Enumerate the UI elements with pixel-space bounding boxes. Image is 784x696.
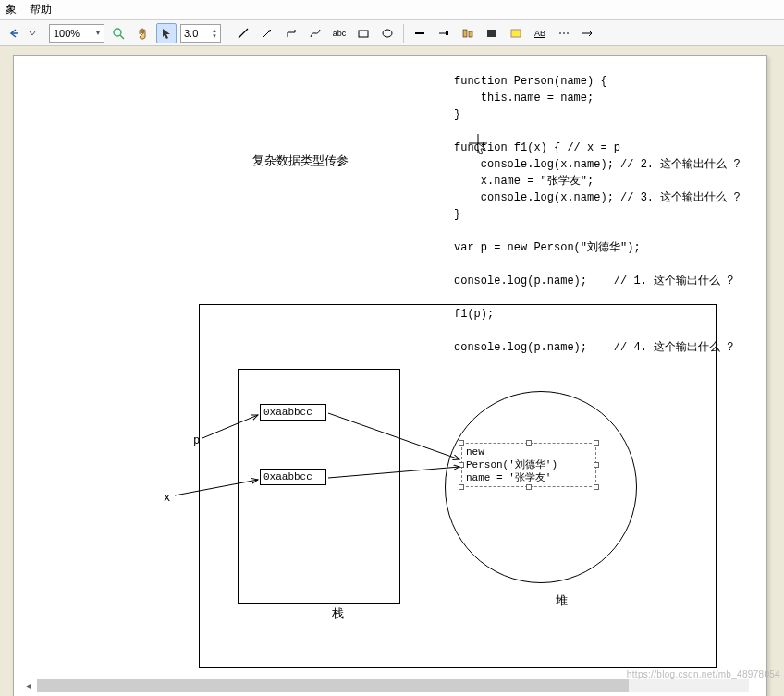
selection-handle[interactable] [459,484,464,490]
label-heap: 堆 [556,592,568,609]
label-x: x [164,491,170,504]
connector-tool-icon[interactable] [281,23,301,43]
chevron-down-icon: ▾ [96,29,100,37]
svg-point-5 [383,30,392,37]
label-p: p [193,433,200,446]
toolbar-separator [227,24,227,43]
selection-handle[interactable] [526,440,532,446]
spinner-buttons[interactable]: ▲▼ [212,28,217,39]
menu-bar: 象 帮助 [0,0,784,20]
toolbar: 100% ▾ 3.0 ▲▼ abc AB [0,20,784,46]
object-box[interactable]: new Person('刘德华') name = '张学友' [461,443,596,487]
undo-dropdown[interactable] [28,23,37,43]
scrollbar-thumb[interactable] [37,679,629,692]
svg-rect-12 [511,30,521,37]
rect-tool-icon[interactable] [353,23,374,43]
arrow-style-icon[interactable] [578,23,598,43]
menu-item-object[interactable]: 象 [6,2,17,18]
svg-point-0 [114,29,121,36]
svg-rect-11 [487,30,496,37]
svg-rect-8 [446,31,448,35]
hand-tool-icon[interactable] [132,23,153,43]
line-style-icon[interactable] [410,23,430,43]
zoom-combo[interactable]: 100% ▾ [49,24,104,43]
undo-button[interactable] [4,23,24,43]
heap-circle [445,391,637,583]
svg-line-1 [120,35,124,39]
line-end-icon[interactable] [434,23,454,43]
size-spinner[interactable]: 3.0 ▲▼ [180,24,221,43]
curve-tool-icon[interactable] [305,23,325,43]
canvas-area[interactable]: 复杂数据类型传参 function Person(name) { this.na… [0,46,784,696]
svg-rect-10 [469,31,472,37]
selection-handle[interactable] [594,440,599,446]
pointer-tool-icon[interactable] [156,23,177,43]
label-stack: 栈 [332,605,344,622]
toolbar-separator [43,24,43,43]
selection-handle[interactable] [594,484,599,490]
drawing-page[interactable]: 复杂数据类型传参 function Person(name) { this.na… [13,55,767,696]
selection-handle[interactable] [594,462,599,468]
diagram-title: 复杂数据类型传参 [252,153,349,169]
horizontal-scrollbar[interactable]: ◄ [37,679,749,692]
address-box-p: 0xaabbcc [260,404,326,421]
text-tool-icon[interactable]: abc [329,23,349,43]
dash-style-icon[interactable] [554,23,574,43]
font-color-icon[interactable]: AB [530,23,550,43]
fill-icon[interactable] [482,23,502,43]
size-value: 3.0 [184,28,198,39]
arrow-tool-icon[interactable] [257,23,277,43]
toolbar-separator [403,24,404,43]
ellipse-tool-icon[interactable] [377,23,398,43]
selection-handle[interactable] [459,462,464,468]
menu-item-help[interactable]: 帮助 [30,2,52,18]
zoom-value: 100% [54,28,80,39]
selection-handle[interactable] [459,440,464,446]
svg-rect-4 [359,31,368,37]
svg-rect-9 [463,30,467,37]
selection-handle[interactable] [526,484,532,490]
highlight-icon[interactable] [506,23,526,43]
watermark-text: https://blog.csdn.net/mb_48978054 [627,669,780,679]
svg-line-2 [239,29,248,38]
align-icon[interactable] [458,23,478,43]
address-box-x: 0xaabbcc [260,469,326,485]
line-tool-icon[interactable] [233,23,253,43]
scroll-left-arrow[interactable]: ◄ [22,679,35,692]
zoom-tool-icon[interactable] [108,23,129,43]
